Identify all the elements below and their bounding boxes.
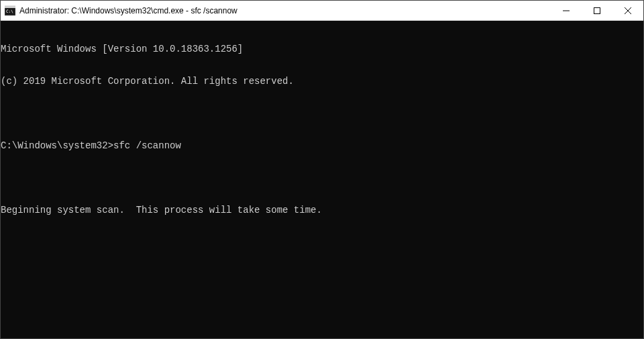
- output-line: Beginning system scan. This process will…: [1, 205, 643, 215]
- window-title: Administrator: C:\Windows\system32\cmd.e…: [19, 6, 551, 15]
- svg-rect-1: [5, 6, 15, 8]
- copyright-line: (c) 2019 Microsoft Corporation. All righ…: [1, 76, 643, 87]
- command-text: sfc /scannow: [113, 140, 181, 151]
- close-button[interactable]: [612, 1, 643, 20]
- cmd-icon: C:\: [5, 5, 15, 16]
- maximize-button[interactable]: [582, 1, 612, 20]
- blank-line: [1, 173, 643, 183]
- blank-line: [1, 108, 643, 119]
- terminal-area[interactable]: Microsoft Windows [Version 10.0.18363.12…: [1, 21, 643, 338]
- titlebar[interactable]: C:\ Administrator: C:\Windows\system32\c…: [1, 1, 643, 21]
- prompt-line: C:\Windows\system32>sfc /scannow: [1, 140, 643, 151]
- window-controls: [551, 1, 643, 20]
- svg-text:C:\: C:\: [6, 9, 13, 13]
- version-line: Microsoft Windows [Version 10.0.18363.12…: [1, 44, 643, 54]
- minimize-button[interactable]: [551, 1, 582, 20]
- svg-rect-4: [594, 7, 600, 13]
- cmd-window: C:\ Administrator: C:\Windows\system32\c…: [0, 0, 644, 339]
- prompt-text: C:\Windows\system32>: [1, 140, 113, 151]
